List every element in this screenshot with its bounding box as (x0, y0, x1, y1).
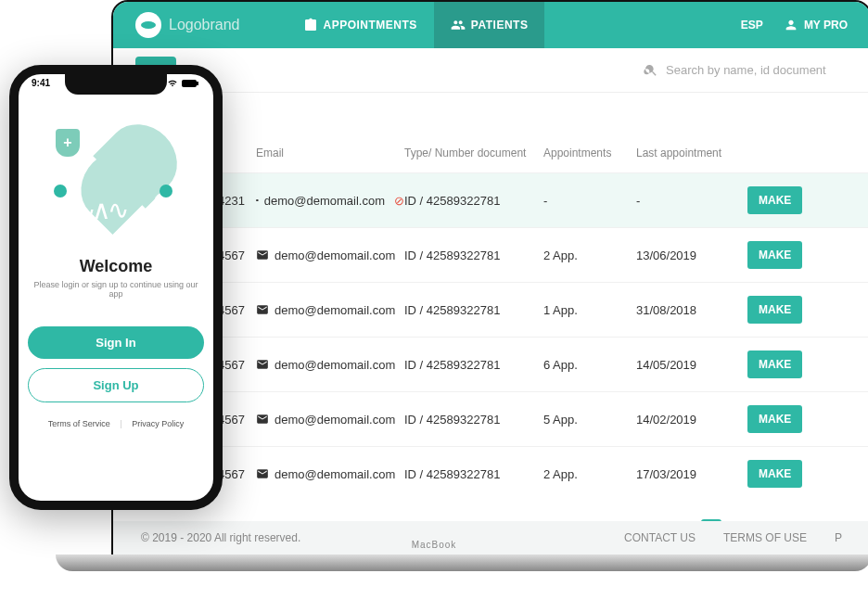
logo-icon (135, 12, 161, 38)
email-cell: demo@demomail.com⊘ (256, 194, 404, 208)
email-cell: demo@demomail.com (256, 413, 404, 427)
language-toggle[interactable]: ESP (741, 19, 763, 32)
nav-label: APPOINTMENTS (324, 19, 417, 32)
battery-icon (182, 79, 200, 88)
table-row[interactable]: +1 809 123 4567demo@demomail.comID / 425… (113, 391, 868, 446)
make-appointment-button[interactable]: MAKE (747, 241, 802, 269)
col-app: Appointments (543, 147, 636, 159)
nav-label: PATIENTS (471, 19, 529, 32)
email-cell: demo@demomail.com (256, 303, 404, 317)
col-last: Last appointment (636, 147, 747, 159)
doctor-figure-icon (154, 192, 178, 246)
search-icon (644, 63, 658, 78)
last-cell: 31/08/2018 (636, 303, 747, 317)
welcome-title: Welcome (19, 257, 213, 276)
svg-rect-1 (197, 82, 198, 85)
patients-table: Phone Email Type/ Number document Appoin… (113, 134, 868, 501)
email-icon (256, 194, 259, 207)
email-icon (256, 358, 269, 371)
doc-cell: ID / 42589322781 (404, 358, 543, 372)
email-icon (256, 303, 269, 316)
footer-contact[interactable]: CONTACT US (624, 531, 696, 544)
welcome-subtitle: Please login or sign up to continue usin… (30, 280, 202, 299)
email-cell: demo@demomail.com (256, 358, 404, 372)
tos-link[interactable]: Terms of Service (48, 419, 110, 428)
table-row[interactable]: +1 809 123 4567demo@demomail.comID / 425… (113, 227, 868, 282)
email-cell: demo@demomail.com (256, 249, 404, 262)
make-appointment-button[interactable]: MAKE (747, 460, 802, 488)
table-row[interactable]: +1 809 123 4567demo@demomail.comID / 425… (113, 337, 868, 391)
person-icon (784, 18, 798, 32)
brand-name: Logobrand (169, 17, 240, 33)
doc-cell: ID / 42589322781 (404, 194, 543, 208)
tab-bar: ALL PATIENTS (113, 93, 868, 134)
last-cell: - (636, 194, 747, 208)
app-cell: 5 App. (543, 413, 636, 427)
email-cell: demo@demomail.com (256, 467, 404, 481)
laptop-base (56, 554, 868, 571)
phone-notch (65, 74, 167, 95)
privacy-link[interactable]: Privacy Policy (132, 419, 184, 428)
search-input[interactable]: Search by name, id document (644, 63, 848, 78)
app-cell: - (543, 194, 636, 208)
make-appointment-button[interactable]: MAKE (747, 405, 802, 433)
email-icon (256, 467, 269, 480)
search-placeholder: Search by name, id document (666, 63, 826, 77)
wifi-icon (166, 79, 179, 88)
signin-button[interactable]: Sign In (28, 326, 204, 359)
welcome-illustration: + ∿∧∿ (37, 125, 195, 246)
col-email: Email (256, 147, 404, 159)
doc-cell: ID / 42589322781 (404, 467, 543, 481)
last-cell: 13/06/2019 (636, 249, 747, 262)
app-header: Logobrand APPOINTMENTS PATIENTS ESP MY P… (113, 2, 868, 48)
last-cell: 14/05/2019 (636, 358, 747, 372)
svg-rect-0 (182, 80, 197, 87)
phone-footer-links: Terms of Service | Privacy Policy (19, 419, 213, 428)
doc-cell: ID / 42589322781 (404, 413, 543, 427)
copyright: © 2019 - 2020 All right reserved. (141, 531, 300, 544)
toolbar: NT Search by name, id document (113, 48, 868, 93)
footer-privacy[interactable]: P (835, 531, 842, 544)
table-row[interactable]: +1 809 123 4567demo@demomail.comID / 425… (113, 446, 868, 501)
status-time: 9:41 (32, 78, 50, 88)
nav-patients[interactable]: PATIENTS (434, 2, 545, 48)
make-appointment-button[interactable]: MAKE (747, 350, 802, 378)
phone-frame: 9:41 + ∿∧∿ Welcome Please login or sign … (9, 65, 223, 510)
laptop-frame: Logobrand APPOINTMENTS PATIENTS ESP MY P… (111, 0, 868, 556)
ekg-line-icon: ∿∧∿ (74, 195, 158, 225)
app-cell: 2 App. (543, 467, 636, 481)
table-header: Phone Email Type/ Number document Appoin… (113, 134, 868, 172)
last-cell: 17/03/2019 (636, 467, 747, 481)
table-row[interactable]: +1 809 123 4231demo@demomail.com⊘ID / 42… (113, 172, 868, 227)
email-icon (256, 249, 269, 261)
table-row[interactable]: +1 809 123 4567demo@demomail.comID / 425… (113, 282, 868, 337)
clipboard-icon (303, 18, 318, 32)
profile-menu[interactable]: MY PRO (784, 18, 848, 32)
make-appointment-button[interactable]: MAKE (747, 186, 802, 214)
people-icon (451, 18, 466, 32)
app-cell: 2 App. (543, 249, 636, 262)
footer-terms[interactable]: TERMS OF USE (723, 531, 807, 544)
make-appointment-button[interactable]: MAKE (747, 296, 802, 324)
footer: © 2019 - 2020 All right reserved. CONTAC… (113, 521, 868, 554)
device-label: MacBook (412, 540, 457, 550)
doc-cell: ID / 42589322781 (404, 303, 543, 317)
app-cell: 1 App. (543, 303, 636, 317)
email-icon (256, 413, 269, 426)
signup-button[interactable]: Sign Up (28, 368, 204, 402)
doc-cell: ID / 42589322781 (404, 249, 543, 262)
doctor-figure-icon (48, 192, 72, 246)
col-doc: Type/ Number document (404, 147, 543, 159)
app-cell: 6 App. (543, 358, 636, 372)
shield-icon: + (56, 129, 80, 157)
last-cell: 14/02/2019 (636, 413, 747, 427)
nav-appointments[interactable]: APPOINTMENTS (287, 2, 434, 48)
warning-icon: ⊘ (394, 194, 404, 208)
